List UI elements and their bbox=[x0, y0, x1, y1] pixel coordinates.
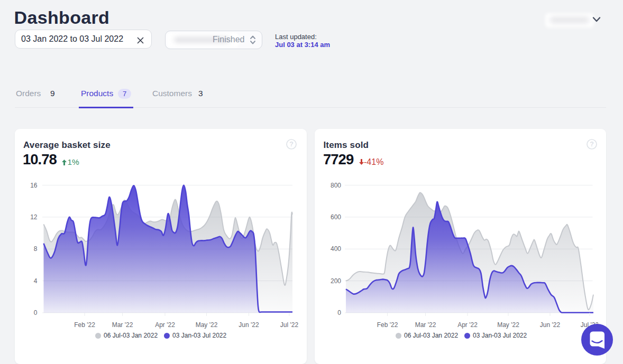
svg-text:Apr '22: Apr '22 bbox=[457, 321, 478, 329]
svg-text:Jul '22: Jul '22 bbox=[280, 321, 298, 329]
svg-text:200: 200 bbox=[331, 277, 341, 285]
svg-text:8: 8 bbox=[34, 245, 38, 253]
svg-text:Feb '22: Feb '22 bbox=[74, 321, 95, 329]
svg-text:Jun '22: Jun '22 bbox=[540, 321, 561, 329]
svg-text:Feb '22: Feb '22 bbox=[377, 321, 398, 329]
svg-text:600: 600 bbox=[331, 213, 341, 221]
svg-text:4: 4 bbox=[34, 277, 38, 285]
svg-text:Jun '22: Jun '22 bbox=[239, 321, 259, 329]
svg-text:800: 800 bbox=[331, 182, 341, 189]
svg-text:Apr '22: Apr '22 bbox=[155, 321, 175, 329]
svg-text:?: ? bbox=[590, 141, 594, 148]
svg-text:Mar '22: Mar '22 bbox=[415, 321, 436, 329]
svg-text:12: 12 bbox=[30, 213, 38, 221]
svg-text:0: 0 bbox=[34, 309, 38, 316]
svg-text:400: 400 bbox=[331, 245, 341, 253]
svg-text:Mar '22: Mar '22 bbox=[112, 321, 133, 329]
svg-text:May '22: May '22 bbox=[196, 321, 218, 329]
svg-text:16: 16 bbox=[30, 182, 38, 189]
svg-text:May '22: May '22 bbox=[497, 321, 519, 329]
svg-text:0: 0 bbox=[337, 309, 341, 316]
svg-text:?: ? bbox=[289, 141, 294, 148]
